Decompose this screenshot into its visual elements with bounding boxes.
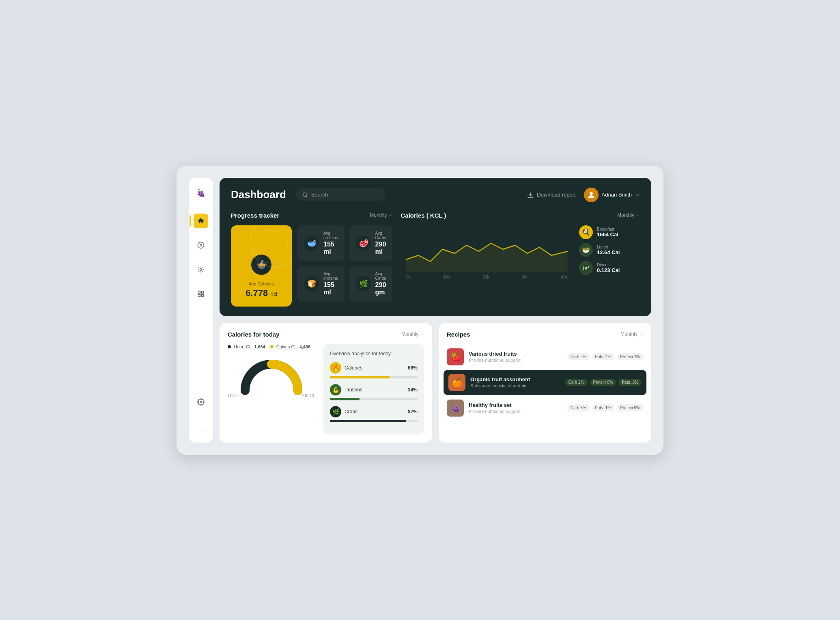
- lunch-info: Lunch 12.64 Cal: [597, 245, 620, 255]
- sidebar-collapse-button[interactable]: →: [198, 427, 204, 434]
- chevron-down-small-icon: [388, 213, 392, 217]
- svg-point-7: [200, 401, 202, 403]
- recipes-header: Recipes Monthly: [447, 331, 643, 338]
- recipe-info-1: Organic fruit assorment Substance consis…: [470, 376, 560, 388]
- meals-section: 🍳 Breakfast 1664 Cal 🥗 Lunch: [579, 225, 640, 275]
- top-content-row: Progress tracker Monthly 🍲 Avg Calories: [231, 212, 640, 307]
- stat-info-0: Avg proteins 155 ml: [323, 231, 338, 255]
- stat-icon-3: 🌿: [356, 276, 371, 292]
- legend-calves: Calves CL: 4,486: [270, 344, 310, 349]
- breakfast-icon: 🍳: [579, 225, 593, 239]
- user-profile[interactable]: Adrian Smith: [584, 188, 640, 202]
- calories-today-title: Calories for today: [228, 331, 280, 338]
- meal-dinner: 🍽 Dinner 0.123 Cal: [579, 261, 640, 275]
- svg-rect-4: [202, 291, 204, 293]
- header-row: Dashboard Search Download report: [231, 188, 640, 202]
- svg-point-1: [200, 244, 202, 246]
- recipes-panel: Recipes Monthly 🍓 Various dried fruits P…: [439, 323, 651, 443]
- meal-breakfast: 🍳 Breakfast 1664 Cal: [579, 225, 640, 239]
- recipe-item-1[interactable]: 🍊 Organic fruit assorment Substance cons…: [444, 370, 646, 395]
- svg-rect-3: [198, 291, 200, 293]
- analytics-crabs-icon: 🌿: [330, 406, 341, 417]
- calories-kcl-header: Calories ( KCL ) Monthly: [401, 212, 640, 219]
- calories-kcl-title: Calories ( KCL ): [401, 212, 446, 219]
- sidebar-item-filter[interactable]: [194, 262, 208, 277]
- lunch-icon: 🥗: [579, 243, 593, 257]
- user-name: Adrian Smith: [602, 192, 632, 198]
- stat-card-1: 🥩 Avg Carbs 290 ml: [349, 225, 393, 261]
- stat-icon-2: 🍞: [304, 276, 319, 292]
- gauge-chart: [239, 354, 304, 391]
- calories-today-panel: Calories for today Monthly Heart CL: 1,6…: [220, 323, 432, 443]
- recipe-thumb-0: 🍓: [447, 348, 464, 365]
- avg-calories-card: 🍲 Avg Calories 6.778 Kcl: [231, 225, 292, 307]
- recipes-title: Recipes: [447, 331, 470, 338]
- calories-today-chevron-icon: [420, 332, 424, 336]
- stat-info-2: Avg proteins 155 ml: [323, 272, 338, 296]
- svg-line-9: [306, 196, 308, 197]
- download-report-button[interactable]: Download report: [527, 192, 575, 198]
- analytics-title: Overview analytics for today: [330, 351, 418, 356]
- analytics-proteins-icon: 💪: [330, 384, 341, 395]
- calories-monthly-dropdown[interactable]: Monthly: [617, 212, 640, 218]
- stat-info-1: Avg Carbs 290 ml: [375, 231, 386, 255]
- recipe-thumb-2: 🍇: [447, 400, 464, 417]
- calories-today-monthly[interactable]: Monthly: [401, 331, 424, 337]
- recipe-tag-2-0: Carb 5%: [567, 404, 590, 411]
- breakfast-info: Breakfast 1664 Cal: [597, 227, 618, 238]
- recipe-info-2: Healthy fruits set Provide nutritional s…: [469, 402, 562, 414]
- dinner-info: Dinner 0.123 Cal: [597, 263, 620, 273]
- chevron-down-icon: [635, 192, 640, 197]
- avg-calories-label: Avg Calories: [249, 281, 274, 286]
- sidebar-item-home[interactable]: [194, 214, 208, 228]
- analytics-proteins-row: 💪 Proteins 34%: [330, 384, 418, 395]
- calories-chevron-icon: [636, 213, 640, 217]
- stats-grid: 🥣 Avg proteins 155 ml 🥩 Avg Carbs: [297, 225, 392, 302]
- analytics-section: Overview analytics for today 🔥 Calories …: [323, 344, 424, 434]
- search-icon: [302, 192, 308, 198]
- recipes-monthly[interactable]: Monthly: [620, 331, 643, 337]
- avg-calories-value: 6.778 Kcl: [246, 288, 277, 298]
- analytics-crabs: 🌿 Crabs 87%: [330, 406, 418, 422]
- gauge-section: Heart CL: 1,664 Calves CL: 4,486: [228, 344, 424, 434]
- analytics-calories-icon: 🔥: [330, 362, 341, 374]
- stat-icon-0: 🥣: [304, 235, 319, 251]
- recipe-item-0[interactable]: 🍓 Various dried fruits Provide nutrition…: [447, 344, 643, 370]
- page-title: Dashboard: [231, 188, 286, 201]
- recipe-tag-0-2: Protein 1%: [617, 353, 643, 360]
- progress-tracker-header: Progress tracker Monthly: [231, 212, 392, 219]
- progress-tracker-section: Progress tracker Monthly 🍲 Avg Calories: [231, 212, 392, 307]
- sidebar-item-settings[interactable]: [194, 395, 208, 409]
- search-bar[interactable]: Search: [296, 188, 385, 201]
- download-label: Download report: [537, 192, 575, 198]
- stat-card-2: 🍞 Avg proteins 155 ml: [297, 266, 345, 302]
- grape-icon[interactable]: 🍇: [194, 186, 208, 201]
- analytics-crabs-row: 🌿 Crabs 87%: [330, 406, 418, 417]
- sidebar-item-compass[interactable]: [194, 238, 208, 253]
- recipes-chevron-icon: [639, 332, 643, 336]
- sidebar-item-grid[interactable]: [194, 287, 208, 301]
- svg-rect-6: [202, 294, 204, 296]
- stat-icon-1: 🥩: [356, 235, 371, 251]
- chart-labels: 0k 10k 20k 30k 40k: [406, 275, 568, 279]
- recipe-tag-2-2: Protein 9%: [617, 404, 643, 411]
- sidebar: 🍇: [189, 178, 213, 443]
- progress-tracker-monthly[interactable]: Monthly: [370, 212, 392, 218]
- recipe-item-2[interactable]: 🍇 Healthy fruits set Provide nutritional…: [447, 395, 643, 421]
- meal-lunch: 🥗 Lunch 12.64 Cal: [579, 243, 640, 257]
- gauge-container: Heart CL: 1,664 Calves CL: 4,486: [228, 344, 315, 434]
- avatar: [584, 188, 599, 202]
- proteins-progress-bar: [330, 398, 418, 400]
- dinner-icon: 🍽: [579, 261, 593, 275]
- recipe-info-0: Various dried fruits Provide nutritional…: [469, 351, 562, 363]
- recipe-tag-0-1: Fats .4%: [592, 353, 614, 360]
- svg-rect-5: [198, 294, 200, 296]
- main-content: Dashboard Search Download report: [220, 178, 651, 443]
- progress-tracker-title: Progress tracker: [231, 212, 279, 219]
- svg-point-11: [590, 192, 592, 194]
- recipe-tag-1-2: Fats .3%: [618, 379, 642, 386]
- sidebar-logo: 🍇: [194, 186, 208, 201]
- app-container: 🍇: [177, 166, 663, 455]
- gauge-legend: Heart CL: 1,664 Calves CL: 4,486: [228, 344, 310, 349]
- recipe-tag-1-1: Protein 8%: [590, 379, 616, 386]
